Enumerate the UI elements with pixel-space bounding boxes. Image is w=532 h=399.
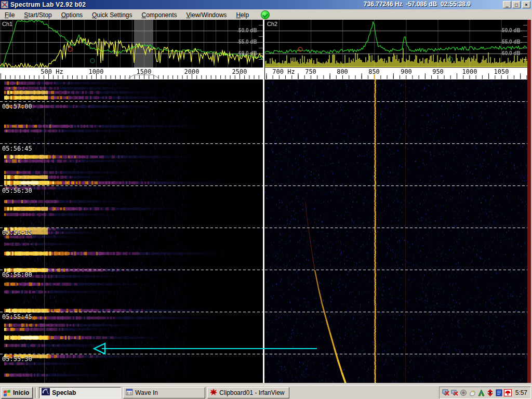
mouse-settings-icon[interactable] (469, 389, 476, 396)
updown-arrows-icon[interactable] (486, 389, 494, 396)
time-label: 05:57:00 (2, 103, 32, 110)
time-label: 05:56:15 (2, 229, 32, 236)
frequency-tick-label: 750 (305, 68, 316, 75)
avira-umbrella-icon[interactable] (504, 389, 512, 396)
ch1-waterfall-display[interactable] (0, 79, 263, 383)
irfanview-icon (210, 389, 217, 397)
annotation-arrow-line (102, 348, 317, 349)
cursor-readout: 736.77246 Hz -57.086 dB 02:55:38.9 (364, 1, 471, 8)
menu-item-help[interactable]: Help (231, 10, 254, 20)
minimize-button[interactable]: _ (503, 1, 511, 8)
task-button-label: Wave In (135, 389, 158, 396)
system-tray: 5:57 (439, 387, 531, 399)
title-bar[interactable]: Spectrum Lab V2.92 b02 736.77246 Hz -57.… (0, 0, 532, 9)
annotation-arrow-head-icon (92, 342, 106, 355)
ch2-label: Ch2 (267, 21, 277, 27)
menu-item-file[interactable]: File (0, 10, 19, 20)
frequency-tick-label: 950 (432, 68, 444, 75)
speclab-icon (42, 388, 50, 397)
ch1-frequency-ruler[interactable] (0, 68, 263, 79)
db-label: -55.0 dB- (490, 39, 522, 45)
time-label: 05:56:30 (2, 187, 32, 194)
time-label: 05:56:00 (2, 271, 32, 278)
db-label: -60.0 dB- (227, 50, 259, 56)
window-title: Spectrum Lab V2.92 b02 (10, 1, 86, 8)
tray-icons (442, 389, 512, 396)
taskbar-divider (35, 388, 37, 398)
db-label: -50.0 dB- (227, 28, 259, 33)
frequency-tick-label: 1000 (462, 68, 477, 75)
taskbar: Inicio SpeclabWave InClipboard01 - Irfan… (0, 385, 532, 399)
db-label: -60.0 dB- (490, 50, 522, 56)
running-led-icon[interactable] (261, 10, 270, 19)
task-button-speclab[interactable]: Speclab (39, 387, 121, 398)
frequency-tick-label: 1050 (494, 68, 509, 75)
task-button-label: Speclab (52, 389, 76, 396)
time-label: 05:55:45 (2, 313, 32, 321)
start-label: Inicio (13, 389, 29, 396)
frequency-tick-label: 850 (368, 68, 380, 75)
frequency-tick-label: 2000 (184, 68, 200, 75)
menu-items: FileStart/StopOptionsQuick SettingsCompo… (0, 10, 254, 20)
audio-muted-icon[interactable] (442, 389, 450, 396)
tray-app-icon[interactable] (495, 389, 503, 396)
ch2-frequency-ruler[interactable] (265, 68, 527, 79)
window-bottom-border (0, 383, 532, 385)
menu-item-components[interactable]: Components (137, 10, 182, 20)
frequency-tick-label: 700 Hz (272, 68, 295, 75)
antivirus-a-icon[interactable] (477, 389, 485, 396)
desktop: Spectrum Lab V2.92 b02 736.77246 Hz -57.… (0, 0, 532, 399)
window-right-border (527, 20, 531, 383)
frequency-tick-label: 500 Hz (41, 68, 63, 75)
volume-icon[interactable] (460, 389, 468, 396)
ch1-label: Ch1 (2, 21, 12, 27)
wavein-icon (126, 389, 133, 397)
task-buttons: SpeclabWave InClipboard01 - IrfanView (39, 387, 291, 398)
start-button[interactable]: Inicio (1, 387, 33, 398)
maximize-button[interactable]: □ (512, 1, 521, 8)
frequency-tick-label: 1000 (89, 68, 104, 75)
menu-item-view-windows[interactable]: View/Windows (182, 10, 232, 20)
windows-logo-icon (3, 389, 11, 396)
menu-bar: FileStart/StopOptionsQuick SettingsCompo… (0, 9, 532, 20)
ch2-spectrum-display[interactable] (265, 20, 527, 68)
network-disconnected-icon[interactable] (451, 389, 459, 396)
time-label: 05:55:30 (2, 355, 32, 363)
frequency-tick-label: 900 (401, 68, 412, 75)
menu-item-quick-settings[interactable]: Quick Settings (87, 10, 137, 20)
spectrum-lab-client: Ch1 Ch2 -50.0 dB--55.0 dB--60.0 dB- -50.… (0, 20, 532, 385)
frequency-tick-label: 800 (337, 68, 348, 75)
pane-divider (263, 20, 264, 383)
time-label: 05:56:45 (2, 145, 32, 152)
task-button-wave-in[interactable]: Wave In (123, 387, 205, 398)
app-icon (1, 1, 8, 8)
db-label: -55.0 dB- (227, 39, 259, 45)
frequency-tick-label: 1500 (137, 68, 152, 75)
db-label: -50.0 dB- (490, 28, 522, 33)
task-button-label: Clipboard01 - IrfanView (219, 389, 284, 396)
close-button[interactable]: × (522, 1, 530, 8)
ch2-waterfall-display[interactable] (265, 79, 527, 383)
frequency-tick-label: 2500 (232, 68, 247, 75)
ch1-spectrum-display[interactable] (0, 20, 263, 68)
taskbar-clock: 5:57 (515, 389, 527, 396)
menu-item-options[interactable]: Options (57, 10, 87, 20)
menu-item-start-stop[interactable]: Start/Stop (19, 10, 56, 20)
task-button-clipboard01-irfanview[interactable]: Clipboard01 - IrfanView (207, 387, 289, 398)
